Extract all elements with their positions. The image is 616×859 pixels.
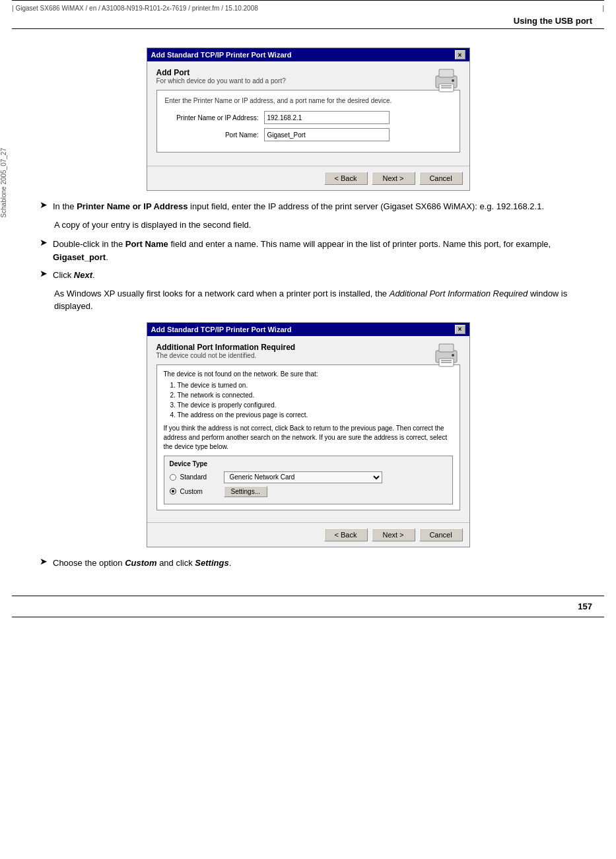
dialog1-inner-text: Enter the Printer Name or IP address, an… — [165, 97, 452, 104]
svg-rect-3 — [441, 85, 452, 86]
radio-custom-row[interactable]: Custom Settings... — [170, 486, 447, 497]
page-number: 157 — [578, 601, 592, 611]
check-item-4: 4. The address on the previous page is c… — [170, 410, 453, 420]
dialog1-next-button[interactable]: Next > — [372, 172, 415, 185]
device-type-label: Device Type — [170, 460, 447, 467]
dialog2-inner-box: The device is not found on the network. … — [156, 364, 460, 510]
arrow-bullet-1: ➤ — [40, 199, 48, 210]
arrow-bullet-3: ➤ — [40, 268, 48, 279]
dialog2-cancel-button[interactable]: Cancel — [419, 528, 463, 541]
port-label: Port Name: — [165, 131, 264, 139]
side-label: Schablone 2005_07_27 — [0, 148, 13, 218]
page-title: Using the USB port — [514, 16, 592, 26]
adv-text1: The device is not found on the network. … — [164, 370, 453, 378]
svg-rect-7 — [439, 344, 454, 352]
instruction-3: ➤ Click Next. — [40, 269, 576, 282]
svg-rect-9 — [441, 360, 452, 361]
dialog2-title: Add Standard TCP/IP Printer Port Wizard — [151, 326, 292, 333]
port-input[interactable] — [264, 128, 390, 141]
adv-checklist: 1. The device is turned on. 2. The netwo… — [170, 380, 453, 420]
instruction-text-2: Double-click in the Port Name field and … — [53, 238, 576, 263]
dialog1-footer: < Back Next > Cancel — [147, 166, 469, 190]
settings-button[interactable]: Settings... — [224, 486, 267, 497]
dialog1-close-button[interactable]: × — [455, 50, 465, 59]
svg-point-11 — [452, 354, 454, 357]
dialog2-section-header: Additional Port Information Required The… — [156, 343, 460, 359]
adv-text2: If you think the address is not correct,… — [164, 424, 453, 452]
check-item-2: 2. The network is connected. — [170, 390, 453, 400]
check-item-1: 1. The device is turned on. — [170, 380, 453, 390]
instructions-block1: ➤ In the Printer Name or IP Address inpu… — [40, 200, 576, 313]
ip-label: Printer Name or IP Address: — [165, 114, 264, 121]
dialog1-cancel-button[interactable]: Cancel — [419, 172, 463, 185]
radio-standard[interactable] — [170, 474, 176, 481]
radio-custom-label: Custom — [180, 488, 220, 495]
ip-input[interactable] — [264, 111, 390, 124]
sub-text-3: As Windows XP usually first looks for a … — [54, 287, 576, 313]
svg-rect-10 — [441, 362, 452, 363]
dialog2-close-button[interactable]: × — [455, 325, 465, 334]
instruction-4: ➤ Choose the option Custom and click Set… — [40, 557, 576, 570]
device-type-group: Device Type Standard Generic Network Car… — [164, 456, 453, 504]
dialog1-title: Add Standard TCP/IP Printer Port Wizard — [151, 51, 292, 59]
dialog1-titlebar: Add Standard TCP/IP Printer Port Wizard … — [147, 48, 469, 61]
instruction-1: ➤ In the Printer Name or IP Address inpu… — [40, 200, 576, 213]
printer-icon-2 — [432, 341, 460, 369]
dialog2-back-button[interactable]: < Back — [324, 528, 368, 541]
instructions-block2: ➤ Choose the option Custom and click Set… — [40, 557, 576, 570]
radio-standard-label: Standard — [180, 473, 220, 481]
dialog2-section-title: Additional Port Information Required — [156, 343, 460, 352]
port-name-row: Port Name: — [165, 128, 452, 141]
dialog1-section-header: Add Port For which device do you want to… — [156, 68, 460, 85]
radio-custom[interactable] — [170, 488, 176, 495]
generic-network-card-select[interactable]: Generic Network Card — [224, 471, 382, 483]
dialog2-next-button[interactable]: Next > — [372, 528, 415, 541]
ip-address-row: Printer Name or IP Address: — [165, 111, 452, 124]
dialog1-section-subtitle: For which device do you want to add a po… — [156, 77, 460, 85]
instruction-2: ➤ Double-click in the Port Name field an… — [40, 238, 576, 263]
dialog-add-port: Add Standard TCP/IP Printer Port Wizard … — [147, 48, 470, 191]
dialog2-section-subtitle: The device could not be identified. — [156, 352, 460, 359]
arrow-bullet-2: ➤ — [40, 237, 48, 248]
check-item-3: 3. The device is properly configured. — [170, 400, 453, 410]
instruction-text-4: Choose the option Custom and click Setti… — [53, 557, 231, 570]
sub-text-1: A copy of your entry is displayed in the… — [54, 219, 576, 232]
pipe-separator: | — [602, 5, 604, 12]
arrow-bullet-4: ➤ — [40, 556, 48, 567]
dialog-additional-port: Add Standard TCP/IP Printer Port Wizard … — [147, 322, 470, 547]
printer-icon — [432, 67, 460, 94]
dialog2-titlebar: Add Standard TCP/IP Printer Port Wizard … — [147, 323, 469, 336]
dialog1-section-title: Add Port — [156, 68, 460, 77]
svg-rect-4 — [441, 87, 452, 88]
svg-rect-1 — [439, 69, 454, 77]
dialog2-footer: < Back Next > Cancel — [147, 522, 469, 547]
dialog1-inner-box: Enter the Printer Name or IP address, an… — [156, 90, 460, 153]
radio-standard-row[interactable]: Standard Generic Network Card — [170, 471, 447, 483]
instruction-text-3: Click Next. — [53, 269, 95, 282]
dialog1-back-button[interactable]: < Back — [324, 172, 368, 185]
file-path: | Gigaset SX686 WiMAX / en / A31008-N919… — [12, 5, 258, 12]
svg-point-5 — [452, 79, 454, 82]
instruction-text-1: In the Printer Name or IP Address input … — [53, 200, 544, 213]
